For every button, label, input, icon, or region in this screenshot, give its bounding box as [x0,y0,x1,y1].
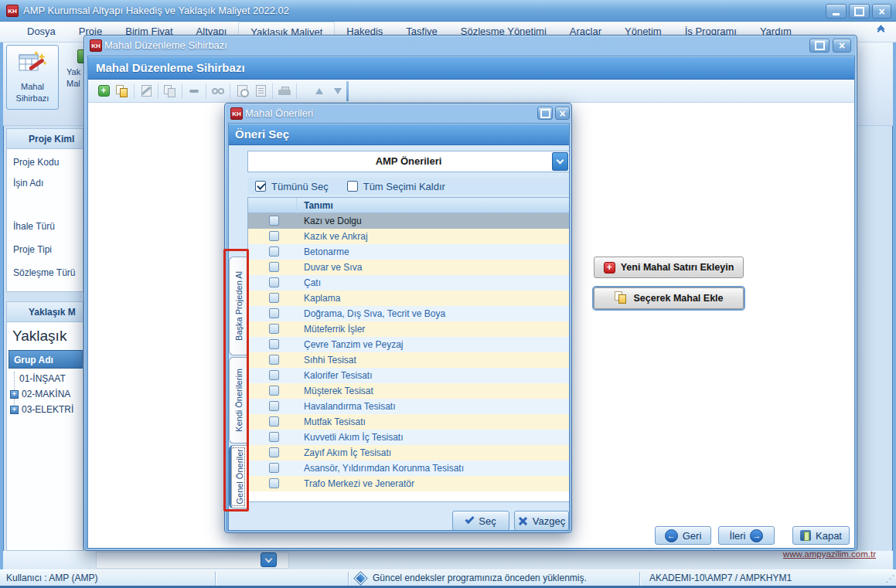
info-diamond-icon [355,573,367,585]
dialog-maximize-button[interactable] [537,107,553,120]
row-checkbox[interactable] [269,216,279,226]
list-item[interactable]: Kalorifer Tesisatı [248,368,569,383]
row-checkbox[interactable] [269,231,279,241]
resize-grip[interactable] [885,575,893,583]
list-item[interactable]: Müteferrik İşler [248,321,569,337]
list-item[interactable]: Müşterek Tesisat [248,383,569,399]
suggestions-list: Tanımı Kazı ve Dolgu Kazık ve Ankraj Bet… [247,197,570,502]
chevron-down-icon[interactable] [552,152,568,171]
next-button[interactable]: İleri [718,526,775,545]
cost-panel-heading: Yaklaşık [12,328,66,345]
list-item[interactable]: Betonarme [248,244,569,260]
list-item[interactable]: Kaplama [248,291,569,306]
ribbon-button-label-line2: Sihirbazı [7,93,58,104]
dialog-body: Öneri Seç Başka Projeden Al Kendi Öneril… [228,123,570,531]
select-all-checkbox[interactable] [255,181,266,192]
check-icon [465,515,475,524]
row-checkbox[interactable] [269,355,279,365]
cancel-button[interactable]: Vazgeç [514,511,569,531]
list-item[interactable]: Doğrama, Dış Sıva, Tecrit ve Boya [248,306,569,321]
row-checkbox[interactable] [269,246,279,257]
list-item[interactable]: Duvar ve Sıva [248,260,569,275]
field-label-isin-adi: İşin Adı [13,178,43,189]
project-identity-panel: Proje Kiml Proje Kodu İşin Adı İhale Tür… [6,128,83,292]
field-label-proje-tipi: Proje Tipi [13,244,52,255]
tree-item-insaat[interactable]: 01-İNŞAAT [19,373,66,384]
row-checkbox[interactable] [269,432,279,442]
suggestion-source-dropdown[interactable]: AMP Önerileri [247,151,570,172]
menu-dosya[interactable]: Dosya [15,22,67,42]
red-plus-icon [604,262,615,274]
list-item[interactable]: Kazık ve Ankraj [248,229,569,244]
tab-kendi-onerilerim[interactable]: Kendi Önerilerim [229,357,247,444]
window-title: AMP Kurumsal Altyapı Hakediş ve Yaklaşık… [23,0,289,22]
wizard-maximize-button[interactable] [809,39,830,53]
select-button[interactable]: Seç [452,511,509,531]
row-checkbox[interactable] [269,370,279,380]
report-icon[interactable] [251,83,270,100]
tab-genel-oneriler[interactable]: Genel Öneriler [229,445,247,508]
move-up-icon[interactable] [310,83,329,100]
row-checkbox[interactable] [269,308,279,318]
close-button[interactable] [872,4,891,19]
move-down-icon[interactable] [329,83,347,100]
edit-icon[interactable] [137,83,155,100]
close-wizard-button[interactable]: Kapat [792,526,850,545]
back-button[interactable]: Geri [655,526,711,545]
add-mahal-row-button[interactable]: Yeni Mahal Satırı Ekleyin [594,257,744,278]
row-checkbox[interactable] [269,401,279,411]
row-checkbox[interactable] [269,416,279,427]
dialog-icon: KH [230,107,243,120]
ribbon-mahal-sihirbazi-button[interactable]: Mahal Sihirbazı [6,45,59,110]
row-checkbox[interactable] [269,447,279,457]
row-checkbox[interactable] [269,478,279,488]
row-checkbox[interactable] [269,339,279,349]
list-item[interactable]: Mutfak Tesisatı [248,414,569,430]
tree-item-elektrik[interactable]: 03-ELEKTRİ [10,404,73,415]
expand-icon[interactable] [10,406,19,414]
add-icon[interactable] [94,83,113,100]
list-item[interactable]: Sıhhi Tesisat [248,352,569,368]
selection-controls-row: Tümünü Seç Tüm Seçimi Kaldır [247,178,570,195]
expand-icon[interactable] [10,390,19,399]
ribbon-button-label-line1: Mahal [7,81,58,93]
wizard-header-band: Mahal Düzenleme Sihirbazı [88,56,854,80]
row-checkbox[interactable] [269,463,279,473]
list-item[interactable]: Asansör, Yıldırımdan Korunma Tesisatı [248,461,569,476]
row-checkbox[interactable] [269,293,279,303]
tab-baska-projeden-al[interactable]: Başka Projeden Al [229,257,247,355]
wizard-close-button[interactable] [833,39,851,53]
find-icon[interactable] [209,83,227,100]
wizard-toolbar [88,80,854,103]
row-checkbox[interactable] [269,277,279,287]
clear-all-checkbox[interactable] [347,181,358,192]
approx-cost-panel: Yaklaşık M Yaklaşık Grup Adı 01-İNŞAAT 0… [6,301,83,551]
list-item[interactable]: Kuvvetli Akım İç Tesisatı [248,430,569,445]
row-checkbox[interactable] [269,386,279,396]
dropdown-value: AMP Önerileri [248,151,569,172]
minimize-button[interactable] [826,4,847,19]
maximize-button[interactable] [849,4,870,19]
add-mahal-select-button[interactable]: Seçerek Mahal Ekle [594,287,744,309]
list-item[interactable]: Kazı ve Dolgu [248,213,569,229]
collapse-ribbon-icon[interactable] [878,26,884,34]
list-item[interactable]: Zayıf Akım İç Tesisatı [248,445,569,461]
field-label-proje-kodu: Proje Kodu [13,157,59,168]
delete-icon[interactable] [185,83,203,100]
dialog-close-button[interactable] [555,107,570,120]
main-titlebar: KH AMP Kurumsal Altyapı Hakediş ve Yakla… [0,0,896,22]
list-item[interactable]: Çevre Tanzim ve Peyzaj [248,337,569,352]
row-checkbox[interactable] [269,324,279,334]
row-checkbox[interactable] [269,262,279,272]
add-from-template-icon[interactable] [113,83,131,100]
list-item[interactable]: Trafo Merkezi ve Jeneratör [248,476,569,491]
copy-icon[interactable] [161,83,179,100]
list-header-row[interactable]: Tanımı [248,198,569,213]
tree-item-makina[interactable]: 02-MAKİNA [10,389,70,399]
preview-icon[interactable] [233,83,251,100]
print-icon[interactable] [275,83,294,100]
expand-panel-button[interactable] [261,552,277,567]
list-item[interactable]: Havalandırma Tesisatı [248,399,569,414]
status-user: Kullanıcı : AMP (AMP) [6,570,97,586]
list-item[interactable]: Çatı [248,275,569,291]
